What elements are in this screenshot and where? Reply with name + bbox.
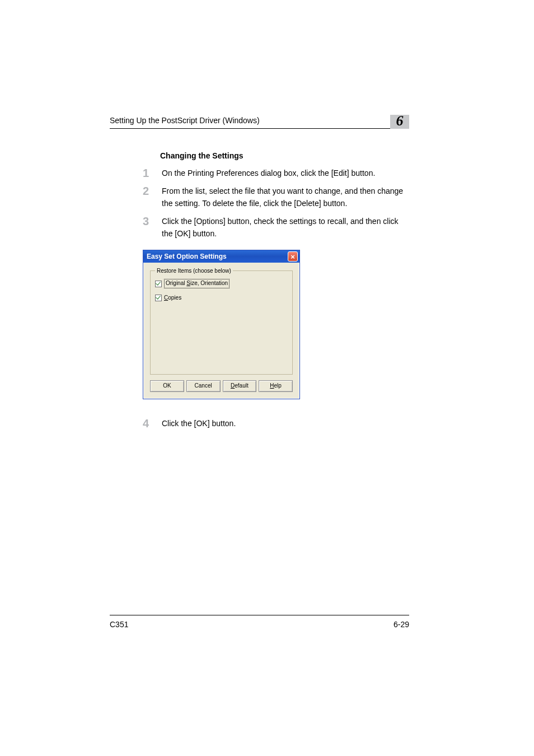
step-number: 1 bbox=[143, 167, 162, 179]
step-number: 4 bbox=[143, 417, 162, 430]
content-area: Setting Up the PostScript Driver (Window… bbox=[110, 115, 409, 437]
step-text: On the Printing Preferences dialog box, … bbox=[162, 167, 409, 179]
page-header: Setting Up the PostScript Driver (Window… bbox=[110, 115, 409, 129]
ok-button[interactable]: OK bbox=[150, 380, 184, 392]
dialog-body: Restore Items (choose below) Original Si… bbox=[143, 263, 299, 399]
section-subheading: Changing the Settings bbox=[160, 150, 409, 161]
dialog-screenshot: Easy Set Option Settings × Restore Items… bbox=[143, 250, 300, 399]
checkbox-label: Copies bbox=[164, 294, 181, 302]
checkbox-icon bbox=[155, 295, 162, 301]
checkbox-original-size[interactable]: Original Size, Orientation bbox=[155, 279, 288, 288]
step-item: 2 From the list, select the file that yo… bbox=[143, 185, 409, 209]
dialog-title: Easy Set Option Settings bbox=[147, 250, 227, 263]
group-legend: Restore Items (choose below) bbox=[155, 267, 233, 276]
default-button[interactable]: Default bbox=[223, 380, 257, 392]
footer-left: C351 bbox=[110, 619, 128, 630]
restore-items-group: Restore Items (choose below) Original Si… bbox=[150, 270, 293, 375]
checkbox-copies[interactable]: Copies bbox=[155, 294, 288, 302]
page-container: Setting Up the PostScript Driver (Window… bbox=[0, 0, 534, 756]
step-number: 3 bbox=[143, 215, 162, 227]
step-number: 2 bbox=[143, 185, 162, 197]
footer-right: 6-29 bbox=[394, 619, 409, 630]
steps-list: 1 On the Printing Preferences dialog box… bbox=[143, 167, 409, 240]
dialog-titlebar: Easy Set Option Settings × bbox=[143, 250, 299, 263]
checkbox-label: Original Size, Orientation bbox=[164, 279, 229, 288]
close-button[interactable]: × bbox=[288, 251, 298, 262]
cancel-button[interactable]: Cancel bbox=[186, 380, 221, 392]
chapter-number-badge: 6 bbox=[390, 115, 409, 129]
page-footer: C351 6-29 bbox=[110, 615, 409, 630]
step-text: Click the [Options] button, check the se… bbox=[162, 215, 409, 240]
help-button[interactable]: Help bbox=[259, 380, 293, 392]
steps-list-continued: 4 Click the [OK] button. bbox=[143, 417, 409, 430]
checkbox-icon bbox=[155, 281, 162, 287]
dialog-button-row: OK Cancel Default Help bbox=[150, 380, 293, 392]
dialog-window: Easy Set Option Settings × Restore Items… bbox=[143, 250, 300, 399]
running-head: Setting Up the PostScript Driver (Window… bbox=[110, 115, 390, 129]
step-text: Click the [OK] button. bbox=[162, 417, 409, 430]
close-icon: × bbox=[291, 253, 295, 260]
step-item: 3 Click the [Options] button, check the … bbox=[143, 215, 409, 240]
step-item: 4 Click the [OK] button. bbox=[143, 417, 409, 430]
step-item: 1 On the Printing Preferences dialog box… bbox=[143, 167, 409, 179]
step-text: From the list, select the file that you … bbox=[162, 185, 409, 209]
